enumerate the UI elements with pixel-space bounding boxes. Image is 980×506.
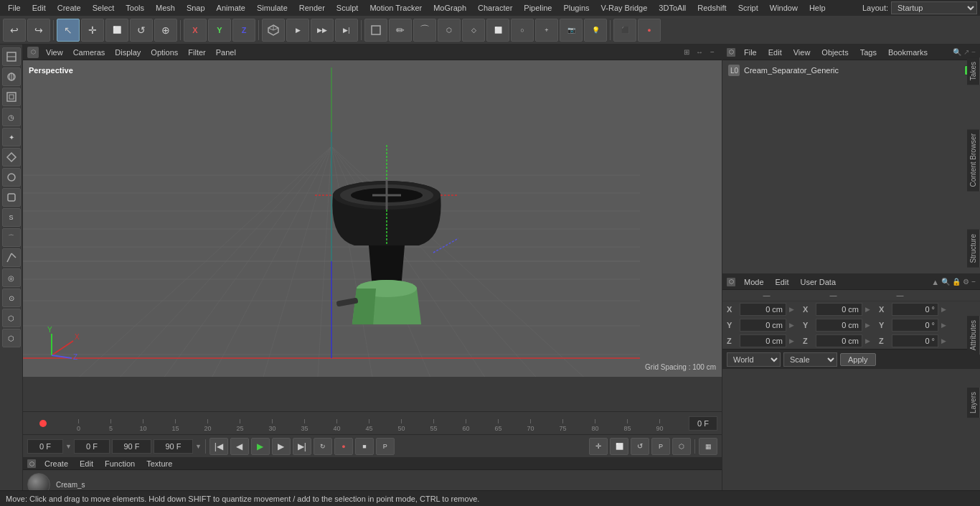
cube-button[interactable] [262, 19, 285, 42]
floor-button[interactable]: ⬛ [613, 19, 636, 42]
menu-simulate[interactable]: Simulate [252, 2, 293, 14]
record-button[interactable]: ● [638, 19, 661, 42]
undo-button[interactable]: ↩ [3, 19, 26, 42]
layout-select[interactable]: Startup [891, 1, 977, 14]
menu-render[interactable]: Render [294, 2, 330, 14]
bevel-button[interactable]: ◇ [462, 19, 485, 42]
tab-structure[interactable]: Structure [967, 230, 980, 268]
menu-vray[interactable]: V-Ray Bridge [596, 2, 653, 14]
y-axis-button[interactable]: Y [208, 19, 231, 42]
vp-menu-cameras[interactable]: Cameras [70, 47, 108, 58]
redo-button[interactable]: ↪ [27, 19, 50, 42]
menu-motion-tracker[interactable]: Motion Tracker [364, 2, 427, 14]
objects-menu-edit[interactable]: Edit [765, 47, 785, 58]
polygon-button[interactable]: ⬡ [438, 19, 461, 42]
null-button[interactable]: + [535, 19, 558, 42]
tab-takes[interactable]: Takes [967, 57, 980, 85]
render-button[interactable]: ▶▶ [311, 19, 334, 42]
select-tool-button[interactable]: ↖ [57, 19, 80, 42]
vp-menu-options[interactable]: Options [148, 47, 181, 58]
scale-tool-pb[interactable]: ⬜ [610, 438, 628, 455]
menu-help[interactable]: Help [804, 2, 831, 14]
end-frame-input[interactable] [112, 439, 151, 454]
menu-3dtoall[interactable]: 3DToAll [654, 2, 691, 14]
sidebar-btn-5[interactable]: ✦ [2, 128, 21, 146]
menu-select[interactable]: Select [88, 2, 120, 14]
menu-tools[interactable]: Tools [121, 2, 149, 14]
panel-icon-3[interactable]: − [971, 48, 976, 56]
coord-input-z-size[interactable] [816, 334, 862, 347]
world-dropdown[interactable]: World Object [727, 352, 781, 367]
coord-input-z-pos[interactable] [740, 334, 786, 347]
coord-input-x-pos[interactable] [740, 303, 786, 316]
sidebar-btn-13[interactable]: ⊙ [2, 289, 21, 307]
pen-button[interactable]: ✏ [389, 19, 412, 42]
menu-mesh[interactable]: Mesh [151, 2, 180, 14]
material-menu-create[interactable]: Create [42, 458, 71, 469]
sidebar-btn-3[interactable] [2, 88, 21, 106]
goto-end-button[interactable]: ▶| [293, 438, 311, 455]
render-region-button[interactable]: ▶ [286, 19, 309, 42]
camera-button[interactable]: 📷 [560, 19, 583, 42]
light-button[interactable]: 💡 [584, 19, 607, 42]
vp-menu-view[interactable]: View [43, 47, 66, 58]
object-row-1[interactable]: L0 Cream_Separator_Generic [725, 63, 977, 78]
menu-create[interactable]: Create [52, 2, 86, 14]
menu-character[interactable]: Character [473, 2, 517, 14]
sidebar-btn-4[interactable]: ◷ [2, 108, 21, 126]
stop-button[interactable]: ■ [355, 438, 374, 455]
material-menu-function[interactable]: Function [102, 458, 138, 469]
start-frame-input[interactable] [74, 439, 110, 454]
attr-menu-mode[interactable]: Mode [741, 276, 767, 288]
rotate-tool-pb[interactable]: ↺ [631, 438, 649, 455]
render-to-po-button[interactable]: ▶| [335, 19, 358, 42]
menu-pipeline[interactable]: Pipeline [519, 2, 557, 14]
menu-mograph[interactable]: MoGraph [428, 2, 471, 14]
sidebar-btn-14[interactable]: ⬡ [2, 309, 21, 327]
vp-menu-filter[interactable]: Filter [185, 47, 208, 58]
prev-frame-button[interactable]: ◀ [230, 438, 249, 455]
move-tool-pb[interactable]: ✛ [589, 438, 608, 455]
menu-snap[interactable]: Snap [182, 2, 210, 14]
menu-file[interactable]: File [3, 2, 26, 14]
move-tool-button[interactable]: ✛ [81, 19, 104, 42]
loop-button[interactable]: ↻ [314, 438, 332, 455]
grid-pb[interactable]: ⬡ [672, 438, 691, 455]
anim-pb[interactable]: P [651, 438, 670, 455]
sidebar-btn-7[interactable] [2, 168, 21, 187]
render-pb[interactable]: ▦ [699, 438, 717, 455]
sidebar-btn-12[interactable]: ◎ [2, 268, 21, 287]
coord-input-z-rot[interactable] [892, 334, 938, 347]
apply-button[interactable]: Apply [840, 353, 876, 366]
vp-menu-panel[interactable]: Panel [213, 47, 239, 58]
plane-button[interactable]: ⬜ [486, 19, 509, 42]
attr-icon-2[interactable]: 🔍 [941, 278, 950, 286]
menu-animate[interactable]: Animate [212, 2, 250, 14]
attr-icon-1[interactable]: ▲ [931, 278, 939, 286]
sidebar-btn-1[interactable] [2, 47, 21, 66]
tab-attributes[interactable]: Attributes [967, 316, 980, 355]
sidebar-btn-6[interactable] [2, 148, 21, 167]
z-axis-button[interactable]: Z [232, 19, 255, 42]
vp-minimize-icon[interactable]: − [707, 47, 717, 57]
coord-input-y-pos[interactable] [740, 319, 786, 332]
sidebar-btn-10[interactable]: ⌒ [2, 228, 21, 247]
transform-tool-button[interactable]: ⊕ [154, 19, 177, 42]
sidebar-btn-8[interactable] [2, 188, 21, 207]
tab-content-browser[interactable]: Content Browser [967, 129, 980, 191]
objects-menu-bookmarks[interactable]: Bookmarks [885, 47, 930, 58]
sidebar-btn-2[interactable] [2, 67, 21, 86]
sphere-button[interactable]: ○ [511, 19, 534, 42]
menu-redshift[interactable]: Redshift [692, 2, 731, 14]
coord-input-x-rot[interactable] [892, 303, 938, 316]
attr-icon-3[interactable]: 🔒 [952, 278, 961, 286]
play-button[interactable]: ▶ [251, 438, 270, 455]
rotate-tool-button[interactable]: ↺ [130, 19, 153, 42]
current-frame-input[interactable] [27, 439, 63, 454]
objects-menu-view[interactable]: View [791, 47, 814, 58]
tab-layers[interactable]: Layers [967, 388, 980, 418]
next-frame-button[interactable]: ▶ [272, 438, 291, 455]
vp-expand-icon[interactable]: ⊞ [682, 47, 692, 57]
menu-edit[interactable]: Edit [27, 2, 51, 14]
objects-menu-objects[interactable]: Objects [819, 47, 851, 58]
